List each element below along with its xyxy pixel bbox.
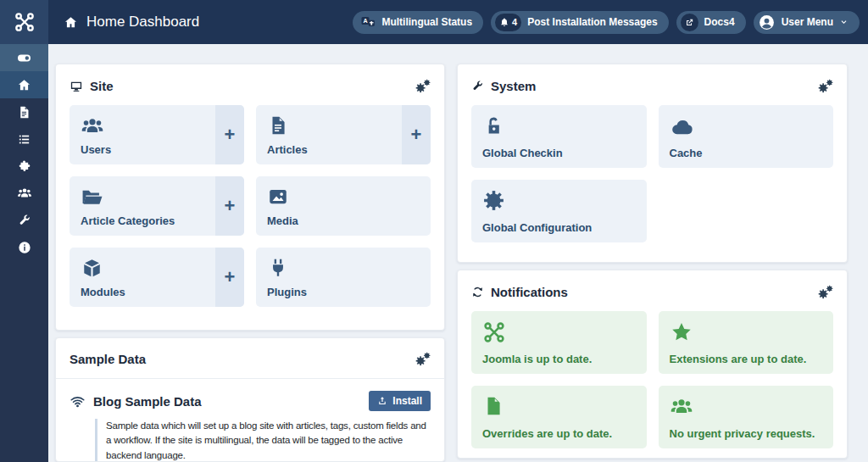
image-icon bbox=[267, 186, 420, 208]
wrench-icon bbox=[471, 80, 484, 92]
users-icon bbox=[81, 114, 205, 138]
quickicon-article-categories[interactable]: Article Categories + bbox=[70, 176, 244, 236]
quickicon-plugins[interactable]: Plugins bbox=[256, 248, 431, 307]
external-link-circle bbox=[681, 14, 698, 31]
cube-icon bbox=[81, 257, 205, 280]
notification-extensions-update[interactable]: Extensions are up to date. bbox=[659, 311, 834, 374]
folder-open-icon bbox=[81, 186, 205, 209]
sample-data-title: Sample Data bbox=[70, 352, 146, 366]
page-title: Home Dashboard bbox=[86, 14, 199, 31]
home-icon bbox=[64, 15, 78, 30]
sidebar-item-content[interactable] bbox=[0, 98, 48, 125]
main-content: Site Users + Articles + bbox=[48, 44, 868, 462]
quickicon-cache[interactable]: Cache bbox=[659, 105, 834, 168]
post-installation-messages-button[interactable]: 4 Post Installation Messages bbox=[491, 11, 669, 34]
add-category-button[interactable]: + bbox=[215, 176, 244, 236]
post-installation-label: Post Installation Messages bbox=[527, 16, 657, 28]
multilingual-status-label: Multilingual Status bbox=[381, 16, 472, 28]
site-panel-title: Site bbox=[70, 79, 114, 93]
quickicon-global-checkin[interactable]: Global Checkin bbox=[471, 105, 647, 168]
wifi-icon bbox=[70, 393, 86, 409]
user-menu-button[interactable]: User Menu bbox=[754, 11, 860, 34]
file-icon bbox=[482, 395, 636, 417]
sidebar-item-home[interactable] bbox=[0, 71, 48, 98]
sidebar-item-users[interactable] bbox=[0, 180, 48, 207]
quickicon-modules[interactable]: Modules + bbox=[70, 248, 244, 307]
notification-overrides[interactable]: Overrides are up to date. bbox=[471, 386, 647, 448]
blog-sample-data-title: Blog Sample Data bbox=[93, 394, 202, 409]
docs-button[interactable]: Docs4 bbox=[676, 11, 746, 34]
add-user-button[interactable]: + bbox=[215, 105, 244, 164]
sidebar-item-menus[interactable] bbox=[0, 125, 48, 153]
help-info-icon bbox=[18, 241, 31, 254]
sidebar-toggle-button[interactable] bbox=[0, 44, 48, 71]
article-icon bbox=[267, 114, 392, 136]
joomla-logo-icon bbox=[14, 11, 36, 33]
components-puzzle-icon bbox=[17, 159, 31, 174]
bell-icon bbox=[499, 17, 509, 27]
unlock-icon bbox=[482, 114, 636, 137]
toggle-menu-icon bbox=[16, 50, 32, 66]
language-icon bbox=[360, 14, 376, 30]
chevron-down-icon bbox=[839, 18, 849, 27]
add-article-button[interactable]: + bbox=[402, 105, 431, 164]
notifications-panel: Notifications Joomla is up to date. Exte… bbox=[457, 270, 848, 459]
quickicon-media[interactable]: Media bbox=[256, 176, 431, 236]
joomla-logo bbox=[0, 0, 48, 44]
notifications-settings-cogs-icon[interactable] bbox=[817, 284, 833, 300]
notification-privacy-requests[interactable]: No urgent privacy requests. bbox=[659, 386, 834, 448]
upload-icon bbox=[377, 396, 387, 406]
home-icon bbox=[17, 78, 31, 92]
system-panel-title: System bbox=[471, 79, 536, 93]
desktop-icon bbox=[70, 80, 83, 93]
top-bar: Home Dashboard Multilingual Status 4 Pos… bbox=[0, 0, 868, 44]
site-panel: Site Users + Articles + bbox=[55, 64, 445, 331]
users-icon bbox=[670, 395, 823, 419]
user-menu-label: User Menu bbox=[782, 16, 833, 28]
sample-data-panel: Sample Data Blog Sample Data Install Sam… bbox=[55, 337, 445, 462]
cloud-icon bbox=[670, 114, 823, 140]
external-link-icon bbox=[685, 18, 694, 27]
plug-icon bbox=[267, 257, 420, 279]
sample-data-settings-cogs-icon[interactable] bbox=[415, 351, 431, 367]
install-button[interactable]: Install bbox=[369, 391, 431, 411]
system-panel: System Global Checkin Cache Gl bbox=[457, 64, 848, 263]
quickicon-articles[interactable]: Articles + bbox=[256, 105, 431, 164]
system-settings-cogs-icon[interactable] bbox=[817, 78, 833, 94]
quickicon-global-configuration[interactable]: Global Configuration bbox=[471, 180, 647, 242]
notifications-panel-title: Notifications bbox=[471, 285, 568, 299]
menus-list-icon bbox=[17, 132, 31, 147]
blog-sample-data-description: Sample data which will set up a blog sit… bbox=[95, 419, 431, 462]
system-wrench-icon bbox=[18, 214, 31, 227]
add-module-button[interactable]: + bbox=[215, 248, 244, 307]
joomla-icon bbox=[482, 320, 636, 344]
content-article-icon bbox=[17, 105, 31, 120]
top-bar-actions: Multilingual Status 4 Post Installation … bbox=[353, 11, 868, 34]
sidebar bbox=[0, 44, 48, 462]
messages-count-badge: 4 bbox=[512, 17, 517, 27]
notification-joomla-update[interactable]: Joomla is up to date. bbox=[471, 311, 647, 374]
users-icon bbox=[17, 186, 32, 201]
site-settings-cogs-icon[interactable] bbox=[415, 78, 431, 94]
sidebar-item-system[interactable] bbox=[0, 207, 48, 234]
page-title-wrap: Home Dashboard bbox=[48, 14, 199, 31]
multilingual-status-button[interactable]: Multilingual Status bbox=[353, 11, 483, 34]
quickicon-users[interactable]: Users + bbox=[70, 105, 244, 164]
sidebar-item-components[interactable] bbox=[0, 153, 48, 180]
blog-sample-data-item: Blog Sample Data Install Sample data whi… bbox=[70, 379, 431, 462]
sync-icon bbox=[471, 286, 484, 298]
docs-label: Docs4 bbox=[704, 16, 735, 28]
sidebar-item-help[interactable] bbox=[0, 234, 48, 261]
bell-badge: 4 bbox=[495, 14, 521, 31]
star-icon bbox=[670, 320, 823, 344]
user-circle-icon bbox=[758, 14, 776, 31]
gear-icon bbox=[482, 189, 636, 212]
